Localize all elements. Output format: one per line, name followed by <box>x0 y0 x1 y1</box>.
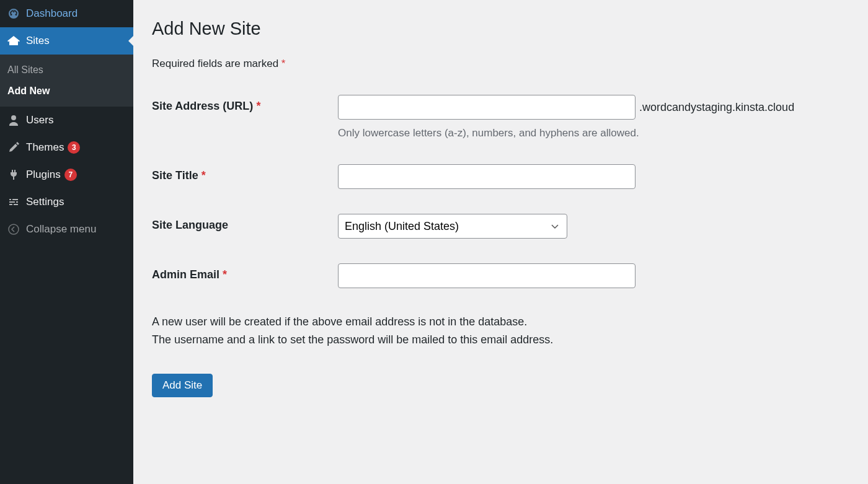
field-site-language: Site Language English (United States) <box>152 214 849 239</box>
plug-icon <box>7 169 20 181</box>
admin-sidebar: Dashboard Sites All Sites Add New Users … <box>0 0 133 484</box>
sidebar-label: Collapse menu <box>26 223 96 235</box>
add-site-button[interactable]: Add Site <box>152 374 213 397</box>
svg-point-0 <box>9 224 19 234</box>
sidebar-item-users[interactable]: Users <box>0 107 133 134</box>
domain-suffix: .wordcandystaging.kinsta.cloud <box>639 101 794 114</box>
gauge-icon <box>7 7 20 20</box>
sites-icon <box>7 35 20 47</box>
required-star: * <box>223 268 227 281</box>
sidebar-item-settings[interactable]: Settings <box>0 188 133 216</box>
sidebar-label: Sites <box>26 35 50 47</box>
site-language-control: English (United States) <box>338 214 849 239</box>
site-title-control <box>338 164 849 189</box>
main-content: Add New Site Required fields are marked … <box>133 0 868 484</box>
site-language-select[interactable]: English (United States) <box>338 214 567 239</box>
collapse-icon <box>7 223 20 235</box>
field-site-address: Site Address (URL) * .wordcandystaging.k… <box>152 95 849 139</box>
sidebar-submenu-sites: All Sites Add New <box>0 55 133 107</box>
brush-icon <box>7 141 20 154</box>
required-star: * <box>202 169 206 182</box>
sidebar-item-themes[interactable]: Themes 3 <box>0 134 133 161</box>
admin-email-label: Admin Email * <box>152 263 338 281</box>
sidebar-label: Settings <box>26 196 64 208</box>
collapse-menu-button[interactable]: Collapse menu <box>0 216 133 243</box>
required-star: * <box>281 58 286 69</box>
admin-email-note: A new user will be created if the above … <box>152 313 849 349</box>
field-admin-email: Admin Email * <box>152 263 849 288</box>
note-line-1: A new user will be created if the above … <box>152 315 527 328</box>
submenu-add-new[interactable]: Add New <box>0 81 133 102</box>
site-address-input[interactable] <box>338 95 636 120</box>
label-text: Site Address (URL) <box>152 100 253 112</box>
required-star: * <box>256 100 260 112</box>
sidebar-label: Themes <box>26 141 64 154</box>
label-text: Admin Email <box>152 268 219 281</box>
admin-email-input[interactable] <box>338 263 636 288</box>
required-note-text: Required fields are marked <box>152 58 278 69</box>
themes-update-badge: 3 <box>68 141 80 154</box>
sidebar-item-dashboard[interactable]: Dashboard <box>0 0 133 27</box>
sidebar-label: Users <box>26 114 53 126</box>
plugins-update-badge: 7 <box>64 169 77 181</box>
site-address-label: Site Address (URL) * <box>152 95 338 113</box>
site-language-label: Site Language <box>152 214 338 232</box>
admin-email-control <box>338 263 849 288</box>
field-site-title: Site Title * <box>152 164 849 189</box>
user-icon <box>7 114 20 126</box>
site-address-hint: Only lowercase letters (a-z), numbers, a… <box>338 127 849 139</box>
site-title-input[interactable] <box>338 164 636 189</box>
sidebar-label: Dashboard <box>26 7 78 20</box>
note-line-2: The username and a link to set the passw… <box>152 333 553 346</box>
label-text: Site Title <box>152 169 198 182</box>
site-address-control: .wordcandystaging.kinsta.cloud Only lowe… <box>338 95 849 139</box>
sidebar-item-plugins[interactable]: Plugins 7 <box>0 161 133 188</box>
sliders-icon <box>7 196 20 208</box>
sidebar-label: Plugins <box>26 169 61 181</box>
required-fields-note: Required fields are marked * <box>152 58 849 70</box>
submenu-all-sites[interactable]: All Sites <box>0 59 133 81</box>
sidebar-item-sites[interactable]: Sites <box>0 27 133 55</box>
site-title-label: Site Title * <box>152 164 338 182</box>
page-title: Add New Site <box>152 19 849 39</box>
